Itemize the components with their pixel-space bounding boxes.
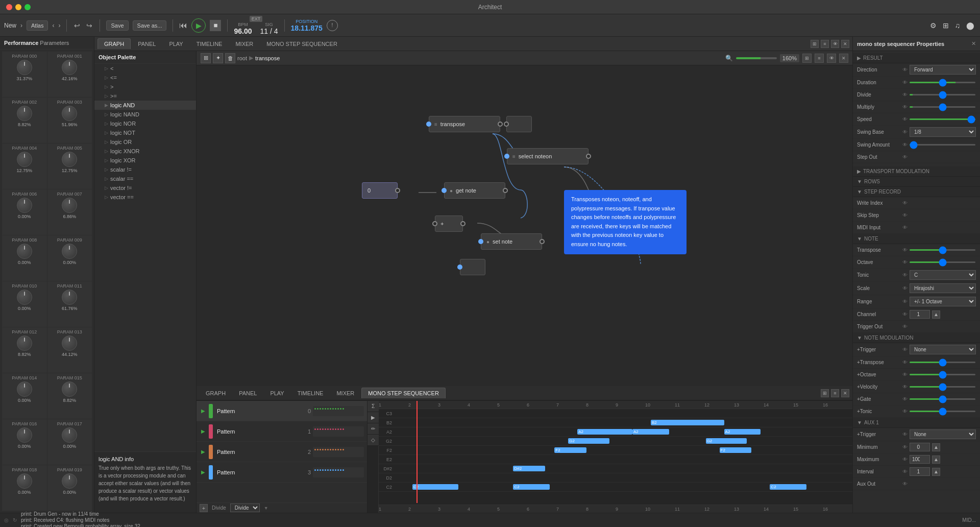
seq-pattern-1[interactable]: ▶ Pattern 1 xyxy=(197,421,367,442)
rp-channel-stepper-up[interactable]: ▲ xyxy=(932,310,940,319)
breadcrumb-select-btn[interactable]: ✦ xyxy=(213,53,223,63)
palette-item-logic-xnor[interactable]: ▷ logic XNOR xyxy=(94,147,196,156)
node-get-note[interactable]: ● get note xyxy=(444,182,505,199)
rp-note-octave-eye[interactable]: 👁 xyxy=(902,259,908,265)
rp-channel-eye[interactable]: 👁 xyxy=(902,312,908,317)
seq-tab-play[interactable]: PLAY xyxy=(264,388,290,398)
note-row-C2[interactable]: C2C2C2C2 xyxy=(379,483,852,492)
palette-item-scalar-==[interactable]: ▷ scalar == xyxy=(94,174,196,183)
sig-value[interactable]: 11 / 4 xyxy=(260,27,278,35)
rp-tonic-eye[interactable]: 👁 xyxy=(902,272,908,278)
param-item-param-017[interactable]: PARAM 017 0.00% xyxy=(47,419,92,465)
eye-icon[interactable]: 👁 xyxy=(827,54,836,63)
rp-mod-trigger-eye[interactable]: 👁 xyxy=(902,347,908,352)
palette-item-logic-and[interactable]: ▶ logic AND xyxy=(94,101,196,110)
param-knob[interactable] xyxy=(17,427,32,443)
rp-writeindex-eye[interactable]: 👁 xyxy=(902,200,908,206)
pattern-play-0[interactable]: ▶ xyxy=(200,408,207,415)
node-empty-bottom[interactable] xyxy=(460,259,485,275)
seq-tab-timeline[interactable]: TIMELINE xyxy=(291,388,330,398)
row-content-E2[interactable] xyxy=(394,455,852,464)
param-knob[interactable] xyxy=(62,60,77,75)
seq-tab-icon-0[interactable]: ⊞ xyxy=(821,389,829,397)
rp-mod-octave-slider[interactable] xyxy=(910,374,975,375)
seq-note[interactable]: F2 xyxy=(720,447,752,453)
param-item-param-001[interactable]: PARAM 001 42.16% xyxy=(47,52,92,97)
search-icon[interactable]: 🔍 xyxy=(725,55,733,62)
rp-direction-select[interactable]: Forward xyxy=(910,65,976,75)
save-as-button[interactable]: Save as... xyxy=(133,20,167,31)
node-zero[interactable]: 0 xyxy=(362,182,398,199)
palette-item-logic-not[interactable]: ▷ logic NOT xyxy=(94,128,196,137)
breadcrumb-home-btn[interactable]: ⊞ xyxy=(201,53,211,63)
seq-tab-mixer[interactable]: MIXER xyxy=(330,388,360,398)
settings-icon[interactable]: ⚙ xyxy=(928,20,938,31)
node-select-noteon[interactable]: ≡ select noteon xyxy=(507,148,589,164)
rp-close-btn[interactable]: ✕ xyxy=(971,40,976,47)
row-content-B2[interactable]: B2 xyxy=(394,418,852,427)
rp-mod-transpose-slider[interactable] xyxy=(910,362,975,363)
param-item-param-002[interactable]: PARAM 002 8.82% xyxy=(2,98,47,143)
note-row-D2[interactable]: D2 xyxy=(379,473,852,483)
redo-button[interactable]: ↪ xyxy=(85,20,93,31)
pattern-play-3[interactable]: ▶ xyxy=(200,469,207,476)
rp-aux1-max-eye[interactable]: 👁 xyxy=(902,457,908,462)
param-item-param-005[interactable]: PARAM 005 12.75% xyxy=(47,143,92,189)
seq-tab-graph[interactable]: GRAPH xyxy=(200,388,232,398)
rp-swingamt-slider[interactable] xyxy=(910,144,975,146)
rp-mod-octave-eye[interactable]: 👁 xyxy=(902,372,908,377)
divide-select[interactable]: Divide xyxy=(230,504,260,512)
rp-range-select[interactable]: +/- 1 Octave xyxy=(910,297,976,306)
palette-item-logic-xor[interactable]: ▷ logic XOR xyxy=(94,156,196,165)
seq-note[interactable]: A2 xyxy=(632,429,669,435)
rp-tonic-select[interactable]: C xyxy=(910,270,976,280)
pattern-play-1[interactable]: ▶ xyxy=(200,428,207,435)
param-item-param-004[interactable]: PARAM 004 12.75% xyxy=(2,143,47,189)
midi-icon[interactable]: ⬤ xyxy=(965,20,976,31)
note-row-B2[interactable]: B2B2 xyxy=(379,418,852,427)
rp-midiinput-eye[interactable]: 👁 xyxy=(902,225,908,230)
param-item-param-013[interactable]: PARAM 013 44.12% xyxy=(47,327,92,373)
note-row-G2[interactable]: G2G2G2 xyxy=(379,437,852,446)
param-knob[interactable] xyxy=(17,244,32,259)
palette-item-vector-==[interactable]: ▷ vector == xyxy=(94,193,196,202)
seq-note[interactable]: C2 xyxy=(412,484,458,490)
list-view-icon[interactable]: ≡ xyxy=(815,54,824,63)
rp-note-octave-slider[interactable] xyxy=(910,261,975,263)
param-knob[interactable] xyxy=(62,198,77,213)
breadcrumb-delete-btn[interactable]: 🗑 xyxy=(225,53,235,63)
rp-duration-slider[interactable] xyxy=(910,82,975,83)
seq-note[interactable]: F2 xyxy=(554,447,586,453)
param-knob[interactable] xyxy=(17,152,32,167)
atlas-button[interactable]: Atlas xyxy=(27,20,48,31)
rp-aux1-trigger-select[interactable]: None xyxy=(910,429,976,439)
seq-play-btn[interactable]: ▶ xyxy=(368,412,379,423)
param-item-param-016[interactable]: PARAM 016 0.00% xyxy=(2,419,47,465)
rp-speed-eye[interactable]: 👁 xyxy=(902,116,908,122)
param-item-param-000[interactable]: PARAM 000 31.37% xyxy=(2,52,47,97)
seq-add-button[interactable]: + xyxy=(200,504,208,512)
param-knob[interactable] xyxy=(17,381,32,397)
rp-steprecord-header[interactable]: ▼ STEP RECORD xyxy=(853,187,980,197)
breadcrumb-root[interactable]: root xyxy=(237,55,247,61)
rp-triggerout-eye[interactable]: 👁 xyxy=(902,324,908,329)
warning-button[interactable]: ! xyxy=(327,20,338,31)
param-item-param-019[interactable]: PARAM 019 0.00% xyxy=(47,465,92,511)
seq-note[interactable]: C2 xyxy=(770,484,806,490)
param-knob[interactable] xyxy=(62,381,77,397)
rp-divide-slider[interactable] xyxy=(910,94,975,95)
param-item-param-012[interactable]: PARAM 012 8.82% xyxy=(2,327,47,373)
note-row-F2[interactable]: F2F2F2 xyxy=(379,446,852,455)
rp-direction-eye[interactable]: 👁 xyxy=(902,67,908,73)
param-knob[interactable] xyxy=(62,473,77,489)
bpm-value[interactable]: 96.00 xyxy=(234,27,252,35)
rp-aux1-trigger-eye[interactable]: 👁 xyxy=(902,432,908,437)
note-row-E2[interactable]: E2 xyxy=(379,455,852,464)
rp-aux1-max-input[interactable] xyxy=(910,455,930,464)
param-knob[interactable] xyxy=(62,290,77,305)
seq-tab-icon-1[interactable]: ≡ xyxy=(831,389,839,397)
rp-mod-trigger-select[interactable]: None xyxy=(910,345,976,354)
seq-tab-mono-step-sequencer[interactable]: MONO STEP SEQUENCER xyxy=(361,388,446,398)
seq-note[interactable]: G2 xyxy=(568,438,609,444)
rp-multiply-eye[interactable]: 👁 xyxy=(902,104,908,110)
